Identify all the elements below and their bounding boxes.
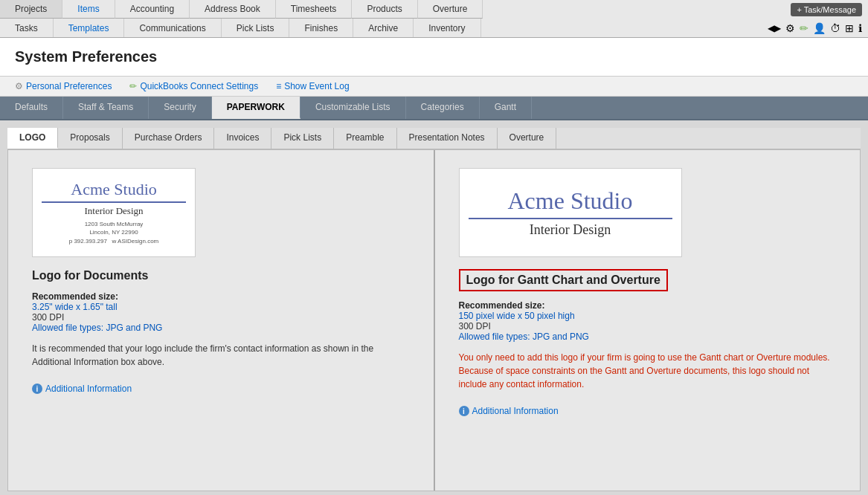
- left-recommended-size: 3.25" wide x 1.65" tall: [32, 302, 410, 312]
- left-description: It is recommended that your logo include…: [32, 342, 410, 369]
- left-panel-heading: Logo for Documents: [32, 269, 410, 282]
- nav-items[interactable]: Items: [62, 0, 115, 19]
- page-header: System Preferences: [0, 38, 868, 77]
- panels-wrapper: Acme Studio Interior Design 1203 South M…: [7, 149, 861, 491]
- quickbooks-link[interactable]: ✏ QuickBooks Connect Settings: [129, 81, 258, 91]
- edit-icon[interactable]: ✏: [800, 22, 808, 34]
- nav-overture[interactable]: Overture: [418, 0, 483, 19]
- content-area: LOGO Proposals Purchase Orders Invoices …: [0, 120, 868, 495]
- right-panel-heading: Logo for Gantt Chart and Overture: [459, 269, 668, 291]
- right-recommended-label: Recommended size:: [459, 300, 837, 311]
- inner-tab-bar: LOGO Proposals Purchase Orders Invoices …: [7, 128, 861, 149]
- right-recommended-size: 150 pixel wide x 50 pixel high: [459, 311, 837, 321]
- clock-icon[interactable]: ⏱: [830, 22, 840, 34]
- left-panel: Acme Studio Interior Design 1203 South M…: [8, 150, 434, 491]
- right-recommended-block: Recommended size: 150 pixel wide x 50 pi…: [459, 300, 837, 342]
- nav-timesheets[interactable]: Timesheets: [276, 0, 353, 19]
- nav-communications[interactable]: Communications: [124, 19, 221, 37]
- info-icon[interactable]: ℹ: [858, 22, 862, 34]
- tab-defaults[interactable]: Defaults: [0, 97, 63, 119]
- logo-company-name-right: Acme Studio: [469, 187, 672, 219]
- tab-categories[interactable]: Categories: [406, 97, 480, 119]
- nav-pick-lists[interactable]: Pick Lists: [222, 19, 290, 37]
- logo-preview-documents: Acme Studio Interior Design 1203 South M…: [32, 168, 196, 257]
- left-additional-info-link[interactable]: i Additional Information: [32, 384, 410, 394]
- inner-tab-proposals[interactable]: Proposals: [58, 128, 122, 149]
- inner-tab-logo[interactable]: LOGO: [7, 128, 58, 149]
- tab-customizable-lists[interactable]: Customizable Lists: [300, 97, 406, 119]
- inner-tab-presentation-notes[interactable]: Presentation Notes: [397, 128, 498, 149]
- event-log-link[interactable]: ≡ Show Event Log: [276, 81, 349, 91]
- nav-inventory[interactable]: Inventory: [414, 19, 480, 37]
- right-recommended-filetypes: Allowed file types: JPG and PNG: [459, 331, 837, 342]
- main-tab-bar: Defaults Staff & Teams Security PAPERWOR…: [0, 97, 868, 120]
- right-description: You only need to add this logo if your f…: [459, 351, 837, 391]
- list-icon: ≡: [276, 81, 281, 91]
- left-recommended-label: Recommended size:: [32, 291, 410, 302]
- sub-nav: ⚙ Personal Preferences ✏ QuickBooks Conn…: [0, 77, 868, 97]
- logo-company-name-left: Acme Studio: [42, 180, 186, 203]
- tab-staff-teams[interactable]: Staff & Teams: [63, 97, 149, 119]
- tab-security[interactable]: Security: [149, 97, 211, 119]
- nav-accounting[interactable]: Accounting: [115, 0, 190, 19]
- inner-tab-purchase-orders[interactable]: Purchase Orders: [123, 128, 215, 149]
- logo-sub-name-left: Interior Design: [42, 205, 186, 217]
- inner-tab-pick-lists[interactable]: Pick Lists: [271, 128, 334, 149]
- page-title: System Preferences: [15, 48, 853, 65]
- inner-tab-invoices[interactable]: Invoices: [214, 128, 271, 149]
- user-icon[interactable]: 👤: [813, 22, 826, 34]
- nav-projects[interactable]: Projects: [0, 0, 62, 19]
- nav-products[interactable]: Products: [352, 0, 417, 19]
- tab-gantt[interactable]: Gantt: [480, 97, 532, 119]
- tab-paperwork[interactable]: PAPERWORK: [212, 97, 300, 119]
- gear-small-icon: ⚙: [15, 81, 23, 91]
- nav-address-book[interactable]: Address Book: [190, 0, 276, 19]
- inner-tab-overture[interactable]: Overture: [498, 128, 557, 149]
- nav-tasks[interactable]: Tasks: [0, 19, 54, 37]
- nav-finishes[interactable]: Finishes: [289, 19, 353, 37]
- right-additional-info-link[interactable]: i Additional Information: [459, 406, 837, 416]
- grid-icon[interactable]: ⊞: [845, 22, 854, 34]
- logo-sub-name-right: Interior Design: [469, 222, 672, 238]
- inner-tab-preamble[interactable]: Preamble: [334, 128, 396, 149]
- logo-address-left: 1203 South McMurray Lincoln, NY 22990 p …: [42, 220, 186, 245]
- edit-small-icon: ✏: [129, 81, 137, 91]
- left-recommended-dpi: 300 DPI: [32, 312, 410, 323]
- personal-preferences-link[interactable]: ⚙ Personal Preferences: [15, 81, 112, 91]
- left-recommended-filetypes: Allowed file types: JPG and PNG: [32, 323, 410, 333]
- logo-preview-gantt: Acme Studio Interior Design: [459, 168, 682, 257]
- nav-archive[interactable]: Archive: [353, 19, 414, 37]
- left-recommended-block: Recommended size: 3.25" wide x 1.65" tal…: [32, 291, 410, 333]
- right-panel: Acme Studio Interior Design Logo for Gan…: [434, 150, 861, 491]
- gear-icon[interactable]: ⚙: [785, 22, 795, 34]
- nav-icon-arrows[interactable]: ◀▶: [768, 23, 781, 33]
- info-circle-icon-left: i: [32, 384, 42, 394]
- task-message-button[interactable]: + Task/Message: [791, 3, 862, 16]
- nav-templates[interactable]: Templates: [54, 19, 125, 37]
- right-recommended-dpi: 300 DPI: [459, 321, 837, 331]
- info-circle-icon-right: i: [459, 406, 469, 416]
